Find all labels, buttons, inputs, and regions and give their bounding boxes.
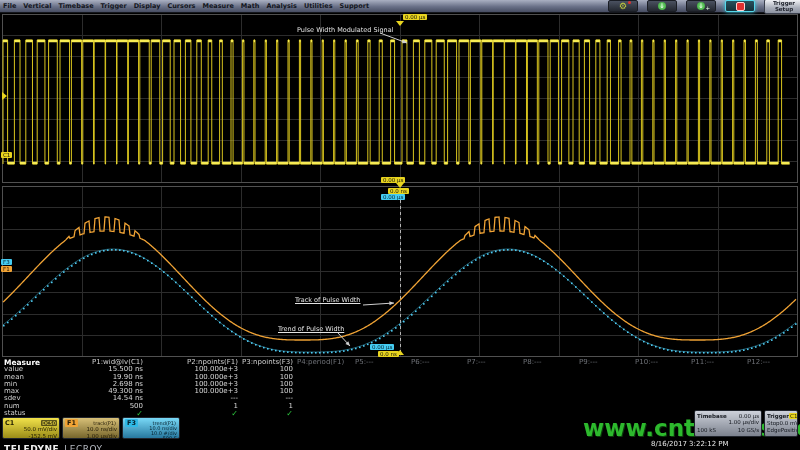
measure-value: 1 — [145, 403, 240, 410]
trend-annotation: Trend of Pulse Width — [278, 325, 344, 333]
measure-status — [353, 410, 409, 417]
f1-descriptor[interactable]: F1 track(P1) 10.0 ns/div 1.00 µs/div — [62, 417, 120, 439]
measure-status — [295, 410, 353, 417]
measure-col-header: P12:--- — [745, 359, 800, 366]
measure-col-header: P11:--- — [689, 359, 745, 366]
menu-analysis[interactable]: Analysis — [266, 2, 296, 10]
measure-value — [521, 395, 577, 402]
brand-lecroy: LECROY — [64, 444, 102, 450]
menu-display[interactable]: Display — [134, 2, 161, 10]
c1-trace-marker[interactable]: C1 — [1, 152, 12, 158]
measure-value — [633, 366, 689, 373]
stop-trigger-button[interactable] — [725, 0, 755, 12]
measure-column-p1[interactable]: P1:wid@lv(C1)15.500 ns19.90 ns2.698 ns49… — [60, 359, 145, 418]
measure-status — [465, 410, 521, 417]
trigger-time-badge[interactable]: 0.00 µs — [403, 14, 427, 20]
measure-column-p5[interactable]: P5:--- — [353, 359, 409, 418]
measure-value: 100 — [240, 366, 295, 373]
f1-function: track(P1) — [92, 420, 117, 426]
menu-math[interactable]: Math — [241, 2, 260, 10]
trigger-type: Edge — [767, 427, 781, 433]
measure-value — [409, 403, 465, 410]
trigger-position-marker[interactable] — [396, 21, 404, 26]
measure-value: 100 — [240, 381, 295, 388]
measure-column-p3[interactable]: P3:npoints(F3)100100100100---1✓ — [240, 359, 295, 418]
c1-descriptor[interactable]: C1 DC50 50.0 mV/div -152.5 mV — [2, 417, 60, 439]
measure-col-header: P7:--- — [465, 359, 521, 366]
measure-value: 100.000e+3 — [145, 366, 240, 373]
measure-col-header: P6:--- — [409, 359, 465, 366]
measure-value: 15.500 ns — [60, 366, 145, 373]
measure-column-p8[interactable]: P8:--- — [521, 359, 577, 418]
f3-label: F3 — [125, 419, 138, 427]
timebase-descriptor[interactable]: Timebase 0.00 µs 1.00 µs/div 100 kS 10 G… — [694, 410, 762, 437]
measure-value — [745, 381, 800, 388]
f3-zero-badge[interactable]: 0.00 µs — [381, 194, 405, 200]
measure-value — [633, 374, 689, 381]
measure-col-header: P5:--- — [353, 359, 409, 366]
measure-table: MeasurevaluemeanminmaxsdevnumstatusP1:wi… — [0, 359, 800, 418]
measure-value — [689, 395, 745, 402]
menu-vertical[interactable]: Vertical — [23, 2, 51, 10]
measure-row-label: value — [0, 366, 60, 373]
single-trigger-button[interactable]: ↓ — [647, 0, 677, 12]
menu-file[interactable]: File — [3, 2, 16, 10]
measure-status — [409, 410, 465, 417]
trigger-setup-button[interactable]: TriggerSetup — [764, 0, 800, 14]
menu-support[interactable]: Support — [340, 2, 369, 10]
measure-value: 19.90 ns — [60, 374, 145, 381]
c1-trigger-level-marker[interactable] — [2, 92, 7, 100]
trigger-descriptor[interactable]: Trigger C1 DC Stop 0.0 mV Edge Positive — [764, 410, 798, 437]
f1-vscale: 10.0 ns/div — [65, 426, 117, 433]
menu-trigger[interactable]: Trigger — [101, 2, 127, 10]
measure-column-p4[interactable]: P4:period(F1) — [295, 359, 353, 418]
measure-value — [689, 403, 745, 410]
bottom-trigger-marker[interactable] — [396, 350, 404, 355]
measure-value: 49.300 ns — [60, 388, 145, 395]
measure-status: ✓ — [240, 410, 295, 417]
measure-row-label: mean — [0, 374, 60, 381]
datetime-display: 8/16/2017 3:22:12 PM — [651, 440, 729, 448]
down-arrow-icon: ↓ — [658, 2, 666, 10]
measure-column-p6[interactable]: P6:--- — [409, 359, 465, 418]
measure-value: 14.54 ns — [60, 395, 145, 402]
measure-column-p7[interactable]: P7:--- — [465, 359, 521, 418]
c1-label: C1 — [5, 419, 14, 427]
menu-timebase[interactable]: Timebase — [58, 2, 93, 10]
normal-trigger-button[interactable]: +↓ — [686, 0, 716, 12]
measure-value — [353, 395, 409, 402]
auto-trigger-button[interactable]: ⚙ — [608, 0, 638, 12]
oscilloscope-app: FileVerticalTimebaseTriggerDisplayCursor… — [0, 0, 800, 450]
measure-value — [353, 403, 409, 410]
f3-trace-marker[interactable]: F3 — [1, 259, 12, 265]
measure-value — [465, 403, 521, 410]
timebase-rate: 10 GS/s — [738, 427, 759, 433]
menu-measure[interactable]: Measure — [202, 2, 233, 10]
menu-bar: FileVerticalTimebaseTriggerDisplayCursor… — [0, 0, 800, 13]
c1-coupling: DC50 — [41, 420, 57, 426]
menu-utilities[interactable]: Utilities — [304, 2, 333, 10]
measure-value — [353, 381, 409, 388]
measure-column-p9[interactable]: P9:--- — [577, 359, 633, 418]
measure-col-header: P2:npoints(F1) — [145, 359, 240, 366]
measure-value — [633, 388, 689, 395]
measure-value — [745, 403, 800, 410]
menu-cursors[interactable]: Cursors — [167, 2, 195, 10]
bottom-f3-badge[interactable]: 0.00 µs — [370, 344, 394, 350]
f3-descriptor[interactable]: F3 trend(P1) 10.0 ns/div 10.0 #/div 500 … — [122, 417, 180, 439]
measure-value — [633, 381, 689, 388]
measure-col-header: P10:--- — [633, 359, 689, 366]
measure-value — [577, 388, 633, 395]
measure-column-p2[interactable]: P2:npoints(F1)100.000e+3100.000e+3100.00… — [145, 359, 240, 418]
timebase-samples: 100 kS — [697, 427, 716, 433]
measure-value — [689, 381, 745, 388]
measure-column-p10[interactable]: P10:--- — [633, 359, 689, 418]
measure-row-label: max — [0, 388, 60, 395]
measure-value — [577, 374, 633, 381]
f1-trace-marker[interactable]: F1 — [1, 266, 12, 272]
track-annotation: Track of Pulse Width — [295, 296, 360, 304]
measure-value: 100 — [240, 388, 295, 395]
timebase-label: Timebase — [697, 413, 727, 419]
measure-value — [689, 366, 745, 373]
measure-value — [295, 395, 353, 402]
